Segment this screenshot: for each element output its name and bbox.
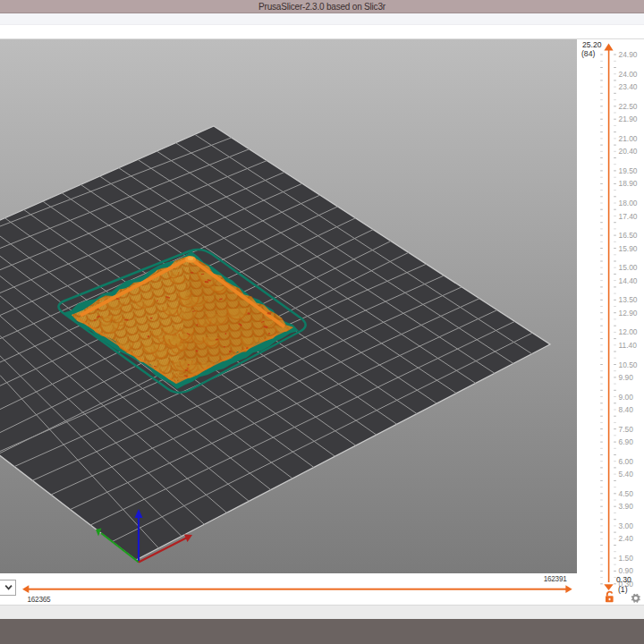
- svg-text:(1): (1): [618, 585, 628, 594]
- svg-text:21.90: 21.90: [619, 114, 638, 123]
- svg-text:16.50: 16.50: [619, 231, 638, 240]
- svg-text:15.00: 15.00: [619, 263, 638, 272]
- svg-text:9.00: 9.00: [619, 393, 634, 402]
- svg-text:(84): (84): [581, 49, 595, 58]
- svg-text:5.40: 5.40: [619, 470, 634, 479]
- svg-text:18.90: 18.90: [619, 179, 638, 188]
- svg-text:19.50: 19.50: [619, 166, 638, 175]
- svg-text:8.40: 8.40: [619, 405, 634, 414]
- svg-text:18.00: 18.00: [619, 199, 638, 208]
- svg-text:3.00: 3.00: [619, 521, 634, 530]
- svg-text:2.40: 2.40: [619, 534, 634, 543]
- svg-text:162391: 162391: [544, 575, 568, 583]
- svg-text:7.50: 7.50: [619, 425, 634, 434]
- svg-text:24.90: 24.90: [619, 50, 638, 59]
- svg-text:15.90: 15.90: [619, 244, 638, 253]
- svg-text:21.00: 21.00: [619, 134, 638, 143]
- svg-text:4.50: 4.50: [619, 489, 634, 498]
- svg-text:23.40: 23.40: [619, 82, 638, 91]
- svg-text:11.40: 11.40: [619, 341, 638, 350]
- svg-text:6.00: 6.00: [619, 457, 634, 466]
- svg-text:162365: 162365: [28, 596, 52, 604]
- svg-text:12.90: 12.90: [619, 309, 638, 318]
- svg-text:20.40: 20.40: [619, 147, 638, 156]
- svg-text:9.90: 9.90: [619, 373, 634, 382]
- svg-text:25.20: 25.20: [582, 40, 602, 49]
- svg-text:13.50: 13.50: [619, 295, 638, 304]
- svg-text:0.30: 0.30: [616, 575, 631, 584]
- svg-text:0.90: 0.90: [619, 566, 634, 575]
- svg-text:3.90: 3.90: [619, 502, 634, 511]
- svg-text:14.40: 14.40: [619, 276, 638, 285]
- svg-text:17.40: 17.40: [619, 212, 638, 221]
- svg-text:22.50: 22.50: [619, 102, 638, 111]
- svg-text:10.50: 10.50: [619, 360, 638, 369]
- svg-text:6.90: 6.90: [619, 437, 634, 446]
- svg-text:24.00: 24.00: [619, 70, 638, 79]
- svg-text:12.00: 12.00: [619, 327, 638, 336]
- svg-text:1.50: 1.50: [619, 554, 634, 563]
